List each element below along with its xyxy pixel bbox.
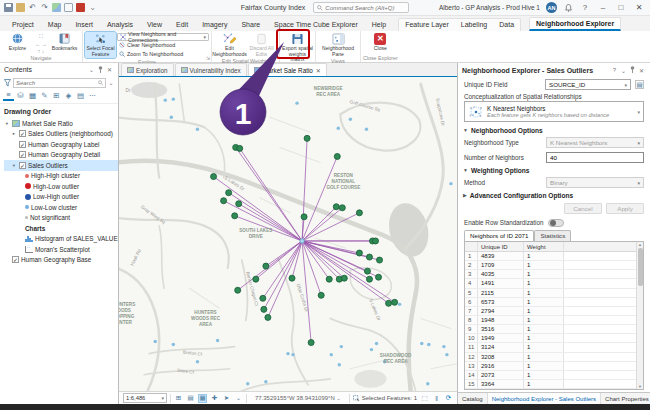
neighbor-point[interactable] (341, 275, 347, 281)
table-row[interactable]: 1533641 (465, 380, 636, 389)
selected-features-indicator[interactable]: Selected Features: 1 (353, 395, 417, 402)
list-by-editing-icon[interactable]: ✎ (39, 90, 50, 101)
neighbor-point[interactable] (356, 210, 362, 216)
close-view-icon[interactable]: ✕ (316, 67, 321, 74)
table-row[interactable]: 1019491 (465, 334, 636, 343)
command-search-input[interactable] (325, 5, 405, 11)
previous-next-extent-icons[interactable]: ← → (34, 41, 48, 47)
results-tab-statistics[interactable]: Statistics (534, 230, 571, 241)
signed-in-user[interactable]: Alberto - GP Analysis - Prod Hive 1 (439, 4, 540, 11)
flash-location-icon[interactable]: ➤ (222, 394, 231, 403)
neighborhood-pane-button[interactable]: Neighborhood Pane (318, 32, 358, 57)
neighbor-point[interactable] (334, 153, 340, 159)
neighbor-point[interactable] (386, 300, 392, 306)
pin-icon[interactable] (96, 66, 105, 74)
expander-icon[interactable]: ▸ (11, 131, 17, 136)
undo-icon[interactable]: ↶ (28, 3, 37, 12)
neighbor-point[interactable] (366, 254, 372, 260)
scale-select[interactable]: 1:6,486 ▾ (123, 393, 167, 403)
filter-funnel-icon[interactable] (4, 79, 11, 87)
table-row[interactable]: 521151 (465, 289, 636, 298)
neighbor-point[interactable] (260, 295, 266, 301)
contents-search-box[interactable] (13, 78, 106, 88)
table-row[interactable]: 1232081 (465, 353, 636, 362)
close-window-button[interactable]: ✕ (633, 3, 645, 12)
neighbor-point[interactable] (235, 287, 241, 293)
weighting-options-section[interactable]: ▼ Weighting Options (458, 164, 650, 176)
table-row[interactable]: 727941 (465, 307, 636, 316)
neighbor-point[interactable] (236, 201, 242, 207)
neighbor-point[interactable] (392, 299, 398, 305)
tree-item-layer[interactable]: ▸ ✓ Sales Outliers (neighborhood) (4, 129, 118, 140)
table-row[interactable]: 935161 (465, 325, 636, 334)
minimize-button[interactable]: – (597, 3, 609, 12)
chevron-down-icon[interactable]: ⌄ (619, 67, 628, 74)
crosshair-icon[interactable]: ✚ (210, 394, 219, 403)
neighbor-point[interactable] (226, 190, 232, 196)
tree-item-layer[interactable]: ✓ Human Geography Detail (4, 150, 118, 161)
neighbor-point[interactable] (333, 204, 339, 210)
help-icon[interactable]: ? (579, 3, 591, 12)
chevron-down-icon[interactable]: ⌄ (234, 394, 243, 403)
layer-checkbox[interactable]: ✓ (19, 151, 26, 158)
dialog-launcher-icon[interactable]: ⇲ (206, 55, 210, 61)
ribbon-tab-feature-layer[interactable]: Feature Layer (399, 19, 455, 31)
layer-checkbox[interactable]: ✓ (19, 141, 26, 148)
contents-search-input[interactable] (16, 80, 96, 86)
zoom-to-neighborhood-button[interactable]: Zoom To Neighborhood (117, 50, 209, 58)
neighbor-point[interactable] (366, 276, 372, 282)
column-unique-id[interactable]: Unique ID (478, 242, 524, 251)
chart-item-histogram[interactable]: Histogram of SALES_VALUE (4, 234, 118, 245)
toolbox-icon[interactable] (76, 3, 85, 12)
table-row[interactable]: 340351 (465, 270, 636, 279)
notifications-bell-icon[interactable] (563, 3, 573, 13)
new-layer-icon[interactable]: ⊞ (174, 394, 183, 403)
list-by-source-icon[interactable]: ⛁ (15, 90, 26, 101)
list-by-selection-icon[interactable]: ▦ (27, 90, 38, 101)
ribbon-tab-view[interactable]: View (141, 19, 168, 31)
refresh-icon[interactable]: ⟳ (444, 394, 453, 403)
scroll-up-icon[interactable]: ▲ (638, 242, 642, 247)
list-by-snapping-icon[interactable]: ⊞ (51, 90, 62, 101)
column-weight[interactable]: Weight (524, 242, 564, 251)
neighbor-point[interactable] (308, 340, 314, 346)
tree-item-map[interactable]: ▾ Market Sale Ratio (4, 118, 118, 129)
view-tab-market-sale-ratio[interactable]: Market Sale Ratio✕ (248, 63, 327, 76)
tree-item-layer[interactable]: ✓ Human Geography Label (4, 139, 118, 150)
chart-item-scatterplot[interactable]: Moran's Scatterplot (4, 244, 118, 255)
neighbor-point[interactable] (318, 292, 324, 298)
more-icon[interactable]: ⌄ (88, 3, 97, 12)
ribbon-tab-help[interactable]: Help (366, 19, 392, 31)
expander-icon[interactable]: ▾ (11, 163, 17, 168)
chevron-down-icon[interactable]: ⌄ (87, 66, 96, 73)
docked-tab-neighborhood-explorer-sales-outliers[interactable]: Neighborhood Explorer - Sales Outliers (488, 393, 601, 404)
table-scrollbar[interactable]: ▲ ▼ (636, 242, 643, 389)
view-neighbors-connections-dropdown[interactable]: View Neighbors and Connections ▾ (117, 33, 209, 41)
ribbon-tab-share[interactable]: Share (235, 19, 266, 31)
neighbor-point[interactable] (211, 174, 217, 180)
full-extent-icon[interactable]: ⛶ (34, 33, 48, 40)
table-row[interactable]: 148391 (465, 252, 636, 261)
map-canvas[interactable]: NEWBRIDGEREC AREAGolf Course SqSoapstone… (119, 77, 457, 391)
neighbor-point[interactable] (304, 135, 310, 141)
layer-checkbox[interactable]: ✓ (19, 130, 26, 137)
pause-drawing-icon[interactable]: ‖ (432, 394, 441, 403)
ribbon-tab-map[interactable]: Map (42, 19, 68, 31)
close-pane-icon[interactable]: ✕ (105, 66, 114, 73)
advanced-options-section[interactable]: ▶ Advanced Configuration Options (458, 189, 650, 201)
neighbor-point[interactable] (221, 198, 227, 204)
ribbon-tab-data[interactable]: Data (493, 19, 520, 31)
row-standardization-toggle[interactable] (548, 219, 564, 227)
neighbor-point[interactable] (261, 306, 267, 312)
neighbor-point[interactable] (377, 257, 383, 263)
neighbor-point[interactable] (376, 274, 382, 280)
table-row[interactable]: 1329161 (465, 362, 636, 371)
ribbon-tab-insert[interactable]: Insert (69, 19, 99, 31)
conceptualization-select[interactable]: K Nearest Neighbors Each feature gets K … (464, 101, 644, 122)
maximize-button[interactable]: □ (615, 3, 627, 12)
layer-visibility-icon[interactable]: ▤ (186, 394, 195, 403)
table-row[interactable]: 217091 (465, 261, 636, 270)
avatar[interactable]: AN (546, 2, 557, 13)
chevron-down-icon[interactable]: ⌄ (108, 79, 114, 86)
save-icon[interactable] (4, 3, 13, 12)
